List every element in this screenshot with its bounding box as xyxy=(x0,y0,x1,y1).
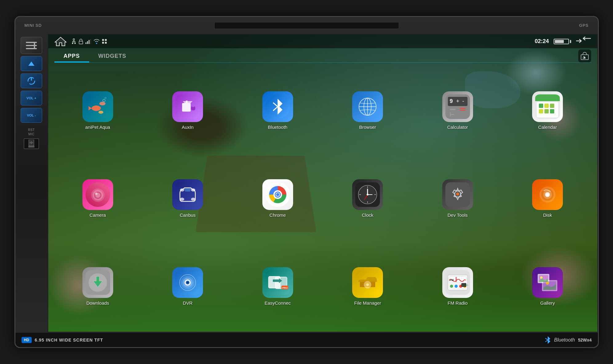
status-right: 02:24 xyxy=(535,37,591,46)
bluetooth-bottom-icon xyxy=(544,336,551,344)
svg-point-102 xyxy=(456,193,459,195)
clock-icon xyxy=(352,179,383,210)
svg-rect-21 xyxy=(79,41,83,44)
svg-rect-64 xyxy=(535,98,560,101)
svg-rect-0 xyxy=(26,42,37,43)
app-easyconnect[interactable]: PRO EasyConnec xyxy=(234,244,321,329)
vol-minus-label: VOL - xyxy=(27,113,36,117)
bluetooth-label: Bluetooth xyxy=(268,125,287,130)
gallery-icon xyxy=(532,267,563,298)
svg-text:-: - xyxy=(462,98,464,104)
bottom-bar: HD 6.95 INCH WIDE SCREEN TFT Bluetooth 5… xyxy=(15,332,598,347)
svg-rect-28 xyxy=(105,39,107,41)
devtools-icon xyxy=(442,179,473,210)
svg-rect-55 xyxy=(460,108,465,109)
svg-point-38 xyxy=(98,111,103,114)
canbus-label: Canbus xyxy=(180,212,196,218)
app-calendar[interactable]: Calendar xyxy=(504,68,591,153)
dvr-label: DVR xyxy=(183,300,193,306)
svg-rect-20 xyxy=(74,43,76,44)
home-icon[interactable] xyxy=(54,37,67,46)
tabs-area: APPS WIDGETS xyxy=(48,49,597,63)
app-dvr[interactable]: DVR xyxy=(144,244,231,329)
chrome-icon xyxy=(262,179,293,210)
back-button[interactable] xyxy=(576,37,591,46)
app-bluetooth[interactable]: Bluetooth xyxy=(234,68,321,153)
battery-fill xyxy=(555,40,564,43)
rst-label: RST xyxy=(28,128,35,132)
menu-button[interactable] xyxy=(21,37,42,54)
vol-plus-label: VOL + xyxy=(26,96,36,100)
apps-grid: aniPet Aqua xyxy=(54,68,591,329)
device-top-bar: MINI SD GPS xyxy=(15,17,598,34)
svg-line-156 xyxy=(545,340,548,342)
app-canbus[interactable]: Canbus xyxy=(144,156,231,241)
anipet-icon xyxy=(82,91,113,122)
vol-plus-button[interactable]: VOL + xyxy=(21,91,42,105)
status-time: 02:24 xyxy=(535,38,549,45)
app-disk[interactable]: Disk xyxy=(504,156,591,241)
app-chrome[interactable]: Chrome xyxy=(234,156,321,241)
vol-minus-button[interactable]: VOL - xyxy=(21,108,42,123)
easyconnect-label: EasyConnec xyxy=(265,300,291,306)
up-button[interactable] xyxy=(21,56,42,71)
screen-spec-text: 6.95 INCH WIDE SCREEN TFT xyxy=(35,338,103,342)
app-camera[interactable]: Camera xyxy=(54,156,141,241)
tabs-row: APPS WIDGETS xyxy=(54,49,591,62)
svg-point-81 xyxy=(180,198,184,201)
devtools-label: Dev Tools xyxy=(448,212,468,218)
app-auxin[interactable]: AuxIn xyxy=(144,68,231,153)
svg-rect-23 xyxy=(87,41,88,44)
tabs-left: APPS WIDGETS xyxy=(54,49,136,62)
svg-rect-54 xyxy=(450,109,456,110)
svg-text:FM: FM xyxy=(450,279,454,282)
svg-point-37 xyxy=(99,102,105,105)
calculator-icon: 9 + - xyxy=(442,91,473,122)
bottom-left: HD 6.95 INCH WIDE SCREEN TFT xyxy=(22,337,103,343)
auxin-icon xyxy=(172,91,203,122)
battery-tip xyxy=(570,40,571,43)
widgets-tab[interactable]: WIDGETS xyxy=(89,49,136,62)
device-body: VOL + VOL - RST MIC xyxy=(15,34,598,332)
svg-point-79 xyxy=(180,188,184,192)
clock-label: Clock xyxy=(362,212,373,218)
disk-label: Disk xyxy=(543,212,552,218)
app-gallery[interactable]: Gallery xyxy=(504,244,591,329)
svg-rect-43 xyxy=(186,101,188,103)
apps-tab[interactable]: APPS xyxy=(54,49,89,62)
canbus-icon xyxy=(172,179,203,210)
app-filemanager[interactable]: File Manager xyxy=(324,244,411,329)
svg-text:PRO: PRO xyxy=(282,287,288,289)
app-devtools[interactable]: Dev Tools xyxy=(414,156,501,241)
downloads-label: Downloads xyxy=(86,300,109,306)
app-fmradio[interactable]: FM 12:00 FM Radio xyxy=(414,244,501,329)
gps-label: GPS xyxy=(579,23,588,28)
svg-rect-3 xyxy=(34,42,35,49)
left-controls: VOL + VOL - RST MIC xyxy=(15,34,48,332)
easyconnect-icon: PRO xyxy=(262,267,293,298)
store-icon xyxy=(580,52,589,60)
power-button[interactable] xyxy=(21,73,42,88)
app-anipet[interactable]: aniPet Aqua xyxy=(54,68,141,153)
car-stereo-device: MINI SD GPS xyxy=(14,16,599,348)
svg-point-98 xyxy=(367,194,368,196)
hd-badge: HD xyxy=(22,337,32,343)
svg-rect-67 xyxy=(544,104,549,108)
store-button[interactable] xyxy=(578,49,591,62)
app-clock[interactable]: Clock xyxy=(324,156,411,241)
svg-rect-42 xyxy=(182,103,191,112)
app-calculator[interactable]: 9 + - Calculator xyxy=(414,68,501,153)
app-downloads[interactable]: Downloads xyxy=(54,244,141,329)
usb-icon xyxy=(71,38,76,45)
mic-label: MIC xyxy=(28,133,34,136)
svg-line-157 xyxy=(545,338,548,340)
svg-rect-25 xyxy=(90,39,91,44)
svg-point-108 xyxy=(546,193,549,196)
side-labels: RST MIC xyxy=(28,128,35,136)
gallery-label: Gallery xyxy=(540,300,555,306)
camera-label: Camera xyxy=(90,212,106,218)
downloads-icon xyxy=(82,267,113,298)
app-browser[interactable]: Browser xyxy=(324,68,411,153)
svg-rect-27 xyxy=(102,39,104,41)
browser-icon xyxy=(352,91,383,122)
